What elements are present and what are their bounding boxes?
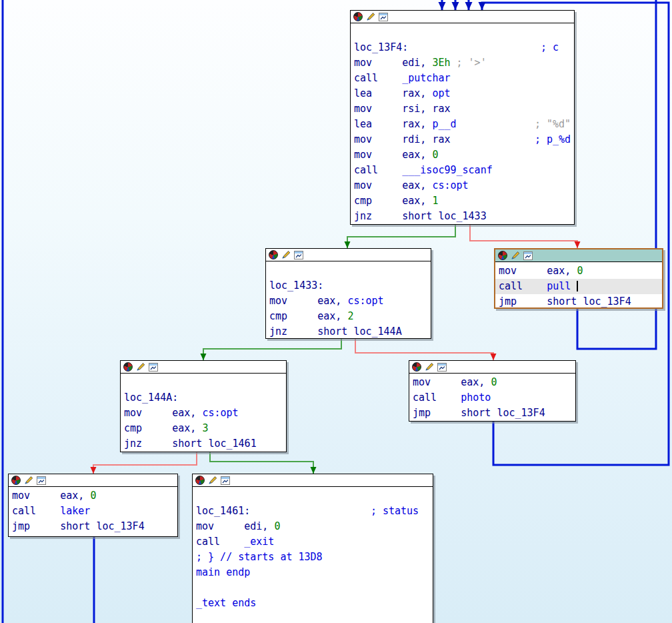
asm-line[interactable]: jnz short loc_1433 <box>354 209 574 224</box>
chart-view-icon[interactable] <box>149 363 158 372</box>
basic-block-loc_13F4[interactable]: loc_13F4: ; cmov edi, 3Eh ; '>'call _put… <box>350 10 575 225</box>
text-caret <box>577 281 578 291</box>
asm-line[interactable]: mov rsi, rax <box>354 101 574 117</box>
branch-false-top-to-pull-arrowhead <box>575 241 581 248</box>
asm-line[interactable]: call pull <box>495 279 662 294</box>
asm-line[interactable] <box>196 580 433 596</box>
edit-icon[interactable] <box>366 12 375 21</box>
edit-icon[interactable] <box>425 362 434 372</box>
asm-line[interactable]: call _putchar <box>354 71 574 86</box>
edit-icon[interactable] <box>208 476 217 485</box>
asm-line[interactable]: jmp short loc_13F4 <box>12 519 177 534</box>
branch-true-1433-to-144A-arrowhead <box>201 354 207 360</box>
branch-false-144A-to-laker <box>93 452 197 474</box>
asm-line[interactable]: jmp short loc_13F4 <box>413 406 575 421</box>
asm-line[interactable]: mov eax, 0 <box>12 488 177 504</box>
chart-view-icon[interactable] <box>523 251 533 260</box>
node-color-icon[interactable] <box>353 12 363 21</box>
branch-true-top-to-1433 <box>347 225 455 248</box>
node-color-icon[interactable] <box>269 250 278 259</box>
asm-line[interactable]: jnz short loc_144A <box>269 324 431 340</box>
asm-line[interactable]: lea rax, opt <box>354 86 574 101</box>
asm-line[interactable]: call ___isoc99_scanf <box>354 163 574 178</box>
basic-block-loc_1461[interactable]: loc_1461: ; statusmov edi, 0call _exit; … <box>192 474 433 623</box>
asm-line[interactable] <box>196 488 433 504</box>
asm-line[interactable]: mov edi, 3Eh ; '>' <box>354 55 574 71</box>
basic-block-call_pull[interactable]: mov eax, 0call pull jmp short loc_13F4 <box>494 248 663 309</box>
node-color-icon[interactable] <box>195 476 205 485</box>
chart-view-icon[interactable] <box>37 476 46 485</box>
entry-arrow-a-arrowhead <box>439 2 446 10</box>
asm-line[interactable]: call photo <box>413 390 575 406</box>
branch-false-top-to-pull <box>470 225 577 248</box>
node-color-icon[interactable] <box>123 362 133 372</box>
block-titlebar-loc_13F4[interactable] <box>351 11 574 23</box>
edit-icon[interactable] <box>281 250 291 259</box>
block-titlebar-loc_1433[interactable] <box>266 249 431 261</box>
asm-line[interactable] <box>354 25 574 40</box>
branch-true-top-to-1433-arrowhead <box>345 241 351 248</box>
asm-line[interactable]: _text ends <box>196 596 433 611</box>
asm-line[interactable]: call _exit <box>196 534 433 550</box>
asm-line[interactable]: ; } // starts at 13D8 <box>196 550 433 565</box>
node-color-icon[interactable] <box>498 251 507 260</box>
block-titlebar-loc_144A[interactable] <box>121 361 286 374</box>
block-titlebar-loc_1461[interactable] <box>193 474 433 487</box>
block-body-call_pull: mov eax, 0call pull jmp short loc_13F4 <box>495 262 662 309</box>
block-body-loc_13F4: loc_13F4: ; cmov edi, 3Eh ; '>'call _put… <box>351 23 574 224</box>
edit-icon[interactable] <box>511 251 520 260</box>
branch-false-1433-to-photo <box>355 339 493 360</box>
asm-line[interactable]: call laker <box>12 504 177 519</box>
chart-view-icon[interactable] <box>294 251 303 259</box>
asm-line[interactable]: mov eax, 0 <box>499 263 662 279</box>
asm-line[interactable]: loc_1461: ; status <box>196 504 433 519</box>
asm-line[interactable]: mov eax, 0 <box>413 375 575 390</box>
asm-line[interactable]: mov eax, cs:opt <box>124 406 286 421</box>
asm-line[interactable]: jmp short loc_13F4 <box>499 294 662 309</box>
block-titlebar-call_laker[interactable] <box>9 474 177 487</box>
asm-line[interactable]: cmp eax, 1 <box>354 193 574 209</box>
branch-true-144A-to-1461 <box>210 452 313 474</box>
asm-line[interactable]: mov edi, 0 <box>196 519 433 534</box>
asm-line[interactable]: mov eax, cs:opt <box>354 178 574 193</box>
chart-view-icon[interactable] <box>221 476 230 485</box>
chart-view-icon[interactable] <box>437 363 447 372</box>
node-color-icon[interactable] <box>412 362 421 372</box>
asm-line[interactable]: cmp eax, 2 <box>269 309 431 324</box>
block-body-loc_1461: loc_1461: ; statusmov edi, 0call _exit; … <box>193 487 433 623</box>
asm-line[interactable]: mov rdi, rax ; p_%d <box>354 132 574 147</box>
branch-false-144A-to-laker-arrowhead <box>91 467 97 474</box>
asm-line[interactable]: mov eax, 0 <box>354 147 574 163</box>
graph-canvas[interactable]: loc_13F4: ; cmov edi, 3Eh ; '>'call _put… <box>0 0 672 623</box>
asm-line[interactable]: main endp <box>196 565 433 580</box>
basic-block-loc_144A[interactable]: loc_144A:mov eax, cs:optcmp eax, 3jnz sh… <box>120 360 287 452</box>
asm-line[interactable]: loc_144A: <box>124 390 286 406</box>
block-body-loc_144A: loc_144A:mov eax, cs:optcmp eax, 3jnz sh… <box>121 374 286 452</box>
basic-block-loc_1433[interactable]: loc_1433:mov eax, cs:optcmp eax, 2jnz sh… <box>265 248 431 339</box>
asm-line[interactable] <box>124 375 286 390</box>
asm-line[interactable]: loc_13F4: ; c <box>354 40 574 55</box>
basic-block-call_photo[interactable]: mov eax, 0call photojmp short loc_13F4 <box>409 360 576 422</box>
block-body-loc_1433: loc_1433:mov eax, cs:optcmp eax, 2jnz sh… <box>266 261 431 340</box>
edit-icon[interactable] <box>24 476 33 485</box>
branch-false-1433-to-photo-arrowhead <box>491 354 497 360</box>
block-body-call_photo: mov eax, 0call photojmp short loc_13F4 <box>409 374 575 421</box>
branch-true-1433-to-144A <box>203 339 341 360</box>
asm-line[interactable]: cmp eax, 3 <box>124 421 286 436</box>
entry-arrow-c-arrowhead <box>465 2 473 10</box>
branch-true-144A-to-1461-arrowhead <box>311 467 317 474</box>
asm-line[interactable]: mov eax, cs:opt <box>269 293 431 309</box>
block-titlebar-call_pull[interactable] <box>495 249 662 262</box>
edit-icon[interactable] <box>136 362 145 372</box>
block-titlebar-call_photo[interactable] <box>409 361 575 374</box>
entry-arrow-b-arrowhead <box>452 2 459 10</box>
asm-line[interactable] <box>196 611 433 623</box>
asm-line[interactable]: loc_1433: <box>269 278 431 293</box>
asm-line[interactable] <box>269 263 431 278</box>
chart-view-icon[interactable] <box>379 13 388 21</box>
node-color-icon[interactable] <box>11 476 21 485</box>
basic-block-call_laker[interactable]: mov eax, 0call lakerjmp short loc_13F4 <box>8 474 178 537</box>
photo-return-edge-arrowhead <box>479 2 486 10</box>
asm-line[interactable]: lea rax, p__d ; "%d" <box>354 117 574 132</box>
asm-line[interactable]: jnz short loc_1461 <box>124 436 286 452</box>
